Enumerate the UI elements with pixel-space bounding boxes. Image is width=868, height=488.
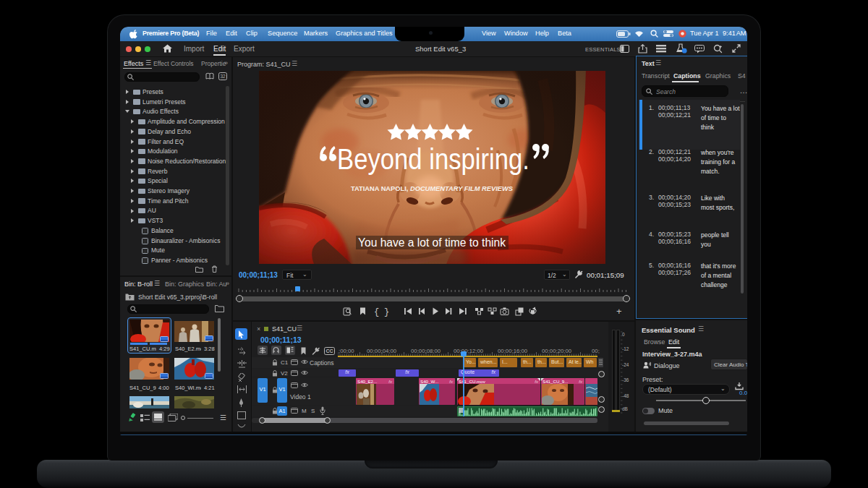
svg-text:Beyond inspiring.: Beyond inspiring. bbox=[337, 143, 529, 175]
svg-text:32: 32 bbox=[220, 74, 226, 79]
svg-text:TATIANA NAPOLI, DOCUMENTARY FI: TATIANA NAPOLI, DOCUMENTARY FILM REVIEWS bbox=[351, 185, 513, 192]
svg-text:}: } bbox=[384, 307, 389, 317]
svg-text:CC: CC bbox=[326, 348, 333, 354]
svg-text:{: { bbox=[374, 307, 379, 317]
svg-text:You have a lot of time to thin: You have a lot of time to think bbox=[358, 236, 506, 249]
